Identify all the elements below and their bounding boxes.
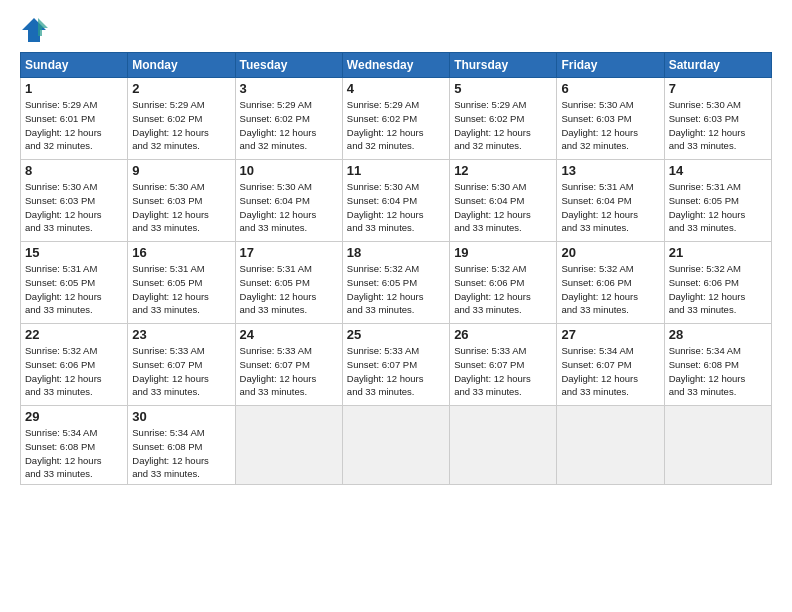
day-info: Sunrise: 5:32 AM Sunset: 6:06 PM Dayligh… <box>454 262 552 317</box>
day-number: 22 <box>25 327 123 342</box>
day-cell: 16Sunrise: 5:31 AM Sunset: 6:05 PM Dayli… <box>128 242 235 324</box>
day-cell: 22Sunrise: 5:32 AM Sunset: 6:06 PM Dayli… <box>21 324 128 406</box>
day-cell: 11Sunrise: 5:30 AM Sunset: 6:04 PM Dayli… <box>342 160 449 242</box>
day-info: Sunrise: 5:31 AM Sunset: 6:05 PM Dayligh… <box>669 180 767 235</box>
week-row-3: 15Sunrise: 5:31 AM Sunset: 6:05 PM Dayli… <box>21 242 772 324</box>
day-cell: 15Sunrise: 5:31 AM Sunset: 6:05 PM Dayli… <box>21 242 128 324</box>
day-number: 17 <box>240 245 338 260</box>
day-cell <box>450 406 557 485</box>
day-info: Sunrise: 5:30 AM Sunset: 6:03 PM Dayligh… <box>132 180 230 235</box>
day-number: 2 <box>132 81 230 96</box>
week-row-2: 8Sunrise: 5:30 AM Sunset: 6:03 PM Daylig… <box>21 160 772 242</box>
week-row-4: 22Sunrise: 5:32 AM Sunset: 6:06 PM Dayli… <box>21 324 772 406</box>
col-header-saturday: Saturday <box>664 53 771 78</box>
day-number: 5 <box>454 81 552 96</box>
day-info: Sunrise: 5:30 AM Sunset: 6:04 PM Dayligh… <box>240 180 338 235</box>
day-number: 19 <box>454 245 552 260</box>
day-info: Sunrise: 5:31 AM Sunset: 6:05 PM Dayligh… <box>240 262 338 317</box>
day-number: 23 <box>132 327 230 342</box>
day-cell: 24Sunrise: 5:33 AM Sunset: 6:07 PM Dayli… <box>235 324 342 406</box>
day-number: 4 <box>347 81 445 96</box>
day-cell: 5Sunrise: 5:29 AM Sunset: 6:02 PM Daylig… <box>450 78 557 160</box>
page: SundayMondayTuesdayWednesdayThursdayFrid… <box>0 0 792 612</box>
day-cell <box>342 406 449 485</box>
day-number: 7 <box>669 81 767 96</box>
day-info: Sunrise: 5:29 AM Sunset: 6:02 PM Dayligh… <box>132 98 230 153</box>
day-cell: 25Sunrise: 5:33 AM Sunset: 6:07 PM Dayli… <box>342 324 449 406</box>
day-number: 9 <box>132 163 230 178</box>
day-info: Sunrise: 5:29 AM Sunset: 6:02 PM Dayligh… <box>240 98 338 153</box>
day-cell <box>557 406 664 485</box>
day-info: Sunrise: 5:31 AM Sunset: 6:05 PM Dayligh… <box>132 262 230 317</box>
day-info: Sunrise: 5:32 AM Sunset: 6:05 PM Dayligh… <box>347 262 445 317</box>
day-cell: 6Sunrise: 5:30 AM Sunset: 6:03 PM Daylig… <box>557 78 664 160</box>
day-number: 1 <box>25 81 123 96</box>
day-number: 13 <box>561 163 659 178</box>
day-cell: 30Sunrise: 5:34 AM Sunset: 6:08 PM Dayli… <box>128 406 235 485</box>
day-cell: 14Sunrise: 5:31 AM Sunset: 6:05 PM Dayli… <box>664 160 771 242</box>
day-cell: 21Sunrise: 5:32 AM Sunset: 6:06 PM Dayli… <box>664 242 771 324</box>
day-cell: 19Sunrise: 5:32 AM Sunset: 6:06 PM Dayli… <box>450 242 557 324</box>
day-info: Sunrise: 5:33 AM Sunset: 6:07 PM Dayligh… <box>454 344 552 399</box>
day-cell: 18Sunrise: 5:32 AM Sunset: 6:05 PM Dayli… <box>342 242 449 324</box>
day-info: Sunrise: 5:30 AM Sunset: 6:03 PM Dayligh… <box>669 98 767 153</box>
day-info: Sunrise: 5:29 AM Sunset: 6:02 PM Dayligh… <box>347 98 445 153</box>
day-info: Sunrise: 5:33 AM Sunset: 6:07 PM Dayligh… <box>240 344 338 399</box>
col-header-monday: Monday <box>128 53 235 78</box>
day-info: Sunrise: 5:30 AM Sunset: 6:03 PM Dayligh… <box>25 180 123 235</box>
day-number: 15 <box>25 245 123 260</box>
day-cell: 7Sunrise: 5:30 AM Sunset: 6:03 PM Daylig… <box>664 78 771 160</box>
day-info: Sunrise: 5:34 AM Sunset: 6:08 PM Dayligh… <box>132 426 230 481</box>
day-number: 29 <box>25 409 123 424</box>
day-number: 21 <box>669 245 767 260</box>
col-header-sunday: Sunday <box>21 53 128 78</box>
day-info: Sunrise: 5:31 AM Sunset: 6:05 PM Dayligh… <box>25 262 123 317</box>
day-info: Sunrise: 5:33 AM Sunset: 6:07 PM Dayligh… <box>347 344 445 399</box>
day-number: 6 <box>561 81 659 96</box>
day-number: 25 <box>347 327 445 342</box>
day-number: 28 <box>669 327 767 342</box>
day-number: 12 <box>454 163 552 178</box>
day-number: 18 <box>347 245 445 260</box>
header <box>20 16 772 44</box>
day-cell: 2Sunrise: 5:29 AM Sunset: 6:02 PM Daylig… <box>128 78 235 160</box>
day-cell: 3Sunrise: 5:29 AM Sunset: 6:02 PM Daylig… <box>235 78 342 160</box>
day-info: Sunrise: 5:29 AM Sunset: 6:02 PM Dayligh… <box>454 98 552 153</box>
day-number: 16 <box>132 245 230 260</box>
svg-marker-0 <box>22 18 46 42</box>
day-cell: 20Sunrise: 5:32 AM Sunset: 6:06 PM Dayli… <box>557 242 664 324</box>
day-info: Sunrise: 5:34 AM Sunset: 6:08 PM Dayligh… <box>25 426 123 481</box>
day-cell <box>235 406 342 485</box>
day-number: 3 <box>240 81 338 96</box>
svg-marker-1 <box>38 18 48 36</box>
day-cell: 10Sunrise: 5:30 AM Sunset: 6:04 PM Dayli… <box>235 160 342 242</box>
col-header-friday: Friday <box>557 53 664 78</box>
day-info: Sunrise: 5:29 AM Sunset: 6:01 PM Dayligh… <box>25 98 123 153</box>
week-row-5: 29Sunrise: 5:34 AM Sunset: 6:08 PM Dayli… <box>21 406 772 485</box>
day-cell: 27Sunrise: 5:34 AM Sunset: 6:07 PM Dayli… <box>557 324 664 406</box>
day-cell: 4Sunrise: 5:29 AM Sunset: 6:02 PM Daylig… <box>342 78 449 160</box>
day-info: Sunrise: 5:30 AM Sunset: 6:04 PM Dayligh… <box>454 180 552 235</box>
day-number: 30 <box>132 409 230 424</box>
day-info: Sunrise: 5:32 AM Sunset: 6:06 PM Dayligh… <box>25 344 123 399</box>
day-cell: 13Sunrise: 5:31 AM Sunset: 6:04 PM Dayli… <box>557 160 664 242</box>
day-number: 11 <box>347 163 445 178</box>
day-info: Sunrise: 5:30 AM Sunset: 6:03 PM Dayligh… <box>561 98 659 153</box>
day-number: 26 <box>454 327 552 342</box>
day-number: 14 <box>669 163 767 178</box>
day-cell: 8Sunrise: 5:30 AM Sunset: 6:03 PM Daylig… <box>21 160 128 242</box>
day-cell: 29Sunrise: 5:34 AM Sunset: 6:08 PM Dayli… <box>21 406 128 485</box>
col-header-wednesday: Wednesday <box>342 53 449 78</box>
day-info: Sunrise: 5:34 AM Sunset: 6:07 PM Dayligh… <box>561 344 659 399</box>
col-header-thursday: Thursday <box>450 53 557 78</box>
day-number: 27 <box>561 327 659 342</box>
day-info: Sunrise: 5:30 AM Sunset: 6:04 PM Dayligh… <box>347 180 445 235</box>
day-cell: 17Sunrise: 5:31 AM Sunset: 6:05 PM Dayli… <box>235 242 342 324</box>
day-cell: 12Sunrise: 5:30 AM Sunset: 6:04 PM Dayli… <box>450 160 557 242</box>
day-info: Sunrise: 5:32 AM Sunset: 6:06 PM Dayligh… <box>561 262 659 317</box>
day-number: 8 <box>25 163 123 178</box>
day-cell: 9Sunrise: 5:30 AM Sunset: 6:03 PM Daylig… <box>128 160 235 242</box>
day-number: 24 <box>240 327 338 342</box>
day-cell: 1Sunrise: 5:29 AM Sunset: 6:01 PM Daylig… <box>21 78 128 160</box>
day-info: Sunrise: 5:32 AM Sunset: 6:06 PM Dayligh… <box>669 262 767 317</box>
